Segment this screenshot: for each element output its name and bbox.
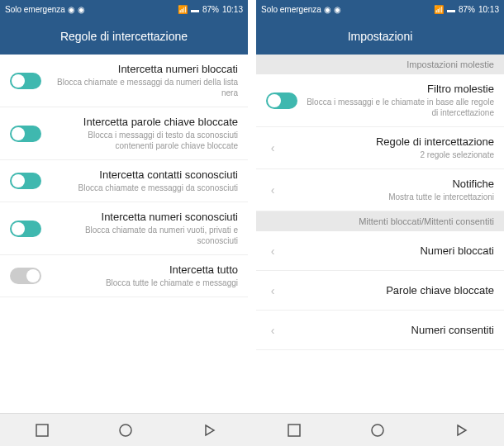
row-subtitle: 2 regole selezionate [288,149,494,160]
toggle-block-keywords[interactable] [10,126,41,142]
row-subtitle: Blocca i messaggi di testo da sconosciut… [50,130,238,151]
chevron-left-icon: ‹ [266,183,279,197]
left-screen: 10:13 87% ▬ 📶 ◉ ◉ Solo emergenza Regole … [0,0,248,413]
battery-text: 87% [202,5,219,14]
row-subtitle: Blocca chiamate da numeri vuoti, privati… [50,225,238,246]
svg-point-1 [120,425,131,436]
row-title: Intercetta numeri bloccati [50,63,238,75]
svg-rect-2 [288,425,300,436]
nav-recent-button[interactable] [283,419,306,442]
toggle-unknown-numbers[interactable] [10,221,41,237]
row-block-unknown-contacts[interactable]: Intercetta contatti sconosciuti Blocca c… [0,160,248,202]
wifi-icon: 📶 [434,5,444,14]
status-time: 10:13 [478,5,499,14]
signal-icon: ◉ [324,5,331,14]
toggle-harassment-filter[interactable] [266,93,297,109]
toggle-block-all[interactable] [10,268,41,284]
signal-icon: ◉ [78,5,85,14]
row-title: Regole di intercettazione [288,135,494,148]
nav-back-button[interactable] [198,419,221,442]
page-title: Regole di intercettazione [60,30,188,43]
row-title: Intercetta numeri sconosciuti [50,211,238,223]
row-blocked-keywords[interactable]: ‹ Parole chiave bloccate [256,271,504,311]
page-title: Impostazioni [348,30,413,43]
svg-rect-0 [36,425,48,436]
settings-list: Intercetta numeri bloccati Blocca chiama… [0,55,248,413]
row-allowed-numbers[interactable]: ‹ Numeri consentiti [256,311,504,350]
row-block-unknown-numbers[interactable]: Intercetta numeri sconosciuti Blocca chi… [0,202,248,255]
chevron-left-icon: ‹ [266,141,279,154]
row-notifications[interactable]: ‹ Notifiche Mostra tutte le intercettazi… [256,169,504,211]
row-title: Parole chiave bloccate [288,284,494,297]
row-subtitle: Mostra tutte le intercettazioni [288,192,494,202]
status-bar: 10:13 87% ▬ 📶 ◉ ◉ Solo emergenza [256,0,504,18]
row-title: Numeri bloccati [288,244,494,257]
wifi-icon: 📶 [178,5,188,14]
battery-text: 87% [459,5,475,14]
row-blocked-numbers[interactable]: ‹ Numeri bloccati [256,231,504,271]
row-subtitle: Blocca tutte le chiamate e messaggi [50,278,238,288]
row-subtitle: Blocca i messaggi e le chiamate in base … [306,97,494,118]
status-bar: 10:13 87% ▬ 📶 ◉ ◉ Solo emergenza [0,0,248,18]
row-block-numbers[interactable]: Intercetta numeri bloccati Blocca chiama… [0,55,248,107]
carrier-text: Solo emergenza [5,5,65,14]
section-header-harassment: Impostazioni molestie [256,55,504,74]
nav-back-button[interactable] [450,419,473,442]
toggle-block-numbers[interactable] [10,73,41,89]
signal-icon: ◉ [68,5,75,14]
battery-icon: ▬ [191,5,199,14]
row-title: Intercetta contatti sconosciuti [50,168,238,181]
row-block-keywords[interactable]: Intercetta parole chiave bloccate Blocca… [0,107,248,160]
signal-icon: ◉ [334,5,341,14]
svg-point-3 [372,425,383,436]
chevron-left-icon: ‹ [266,244,279,258]
chevron-left-icon: ‹ [266,284,279,297]
row-block-all[interactable]: Intercetta tutto Blocca tutte le chiamat… [0,255,248,297]
nav-recent-button[interactable] [31,419,54,442]
chevron-left-icon: ‹ [266,324,279,337]
row-title: Filtro molestie [306,83,494,95]
settings-list: Impostazioni molestie Filtro molestie Bl… [256,55,504,413]
right-screen: 10:13 87% ▬ 📶 ◉ ◉ Solo emergenza Imposta… [256,0,504,413]
carrier-text: Solo emergenza [261,5,321,14]
nav-bar [0,413,504,446]
row-title: Numeri consentiti [288,324,494,336]
row-title: Intercetta parole chiave bloccate [50,116,238,128]
section-header-senders: Mittenti bloccati/Mittenti consentiti [256,211,504,231]
nav-home-button[interactable] [366,419,389,442]
row-title: Intercetta tutto [50,263,238,276]
row-harassment-filter[interactable]: Filtro molestie Blocca i messaggi e le c… [256,74,504,127]
row-subtitle: Blocca chiamate e messaggi da numeri del… [50,77,238,98]
row-intercept-rules[interactable]: ‹ Regole di intercettazione 2 regole sel… [256,127,504,169]
status-time: 10:13 [222,5,243,14]
app-bar: Impostazioni [256,18,504,55]
app-bar: Regole di intercettazione [0,18,248,55]
battery-icon: ▬ [447,5,455,14]
toggle-unknown-contacts[interactable] [10,173,41,189]
row-subtitle: Blocca chiamate e messaggi da sconosciut… [50,183,238,193]
row-title: Notifiche [288,178,494,190]
nav-home-button[interactable] [114,419,137,442]
